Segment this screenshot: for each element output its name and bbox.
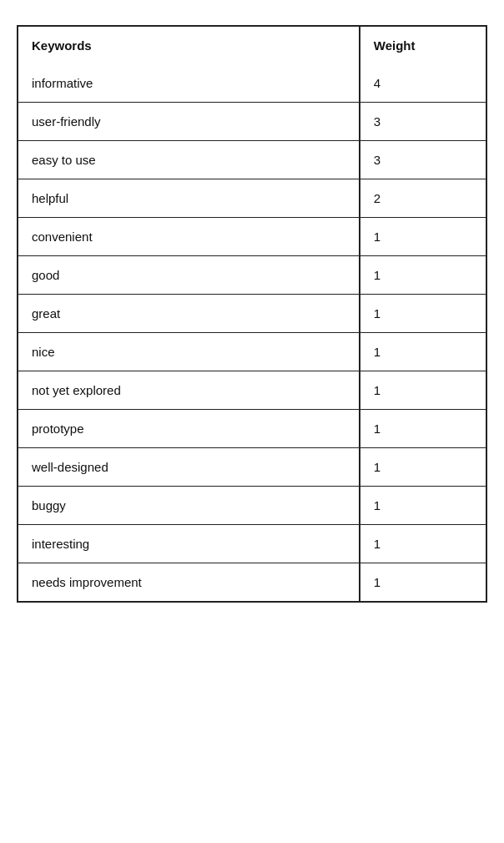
keyword-cell: needs improvement xyxy=(18,563,360,602)
weight-cell: 1 xyxy=(360,218,486,256)
weight-cell: 4 xyxy=(360,64,486,103)
keyword-cell: well-designed xyxy=(18,448,360,487)
keyword-cell: good xyxy=(18,256,360,295)
table-row: not yet explored1 xyxy=(18,371,486,410)
weight-cell: 1 xyxy=(360,371,486,410)
table-header-row: Keywords Weight xyxy=(18,27,486,64)
table-row: user-friendly3 xyxy=(18,103,486,141)
weight-cell: 1 xyxy=(360,448,486,487)
weight-cell: 1 xyxy=(360,256,486,295)
weight-column-header: Weight xyxy=(360,27,486,64)
table-row: interesting1 xyxy=(18,525,486,563)
weight-cell: 1 xyxy=(360,410,486,448)
table-row: good1 xyxy=(18,256,486,295)
keyword-cell: interesting xyxy=(18,525,360,563)
keywords-table-wrapper: Keywords Weight informative4user-friendl… xyxy=(17,25,487,603)
table-row: easy to use3 xyxy=(18,141,486,179)
table-row: prototype1 xyxy=(18,410,486,448)
keyword-cell: informative xyxy=(18,64,360,103)
keyword-cell: nice xyxy=(18,333,360,371)
keyword-cell: convenient xyxy=(18,218,360,256)
table-row: informative4 xyxy=(18,64,486,103)
table-row: buggy1 xyxy=(18,487,486,525)
keyword-cell: easy to use xyxy=(18,141,360,179)
keyword-cell: prototype xyxy=(18,410,360,448)
keyword-cell: user-friendly xyxy=(18,103,360,141)
weight-cell: 1 xyxy=(360,333,486,371)
weight-cell: 1 xyxy=(360,525,486,563)
weight-cell: 3 xyxy=(360,141,486,179)
keyword-cell: not yet explored xyxy=(18,371,360,410)
weight-cell: 2 xyxy=(360,179,486,218)
weight-cell: 3 xyxy=(360,103,486,141)
keyword-cell: great xyxy=(18,295,360,333)
table-row: needs improvement1 xyxy=(18,563,486,602)
table-row: well-designed1 xyxy=(18,448,486,487)
keyword-cell: helpful xyxy=(18,179,360,218)
keyword-cell: buggy xyxy=(18,487,360,525)
table-row: nice1 xyxy=(18,333,486,371)
table-row: helpful2 xyxy=(18,179,486,218)
table-row: convenient1 xyxy=(18,218,486,256)
weight-cell: 1 xyxy=(360,563,486,602)
keywords-table: Keywords Weight informative4user-friendl… xyxy=(18,27,486,601)
weight-cell: 1 xyxy=(360,295,486,333)
table-row: great1 xyxy=(18,295,486,333)
keyword-column-header: Keywords xyxy=(18,27,360,64)
weight-cell: 1 xyxy=(360,487,486,525)
